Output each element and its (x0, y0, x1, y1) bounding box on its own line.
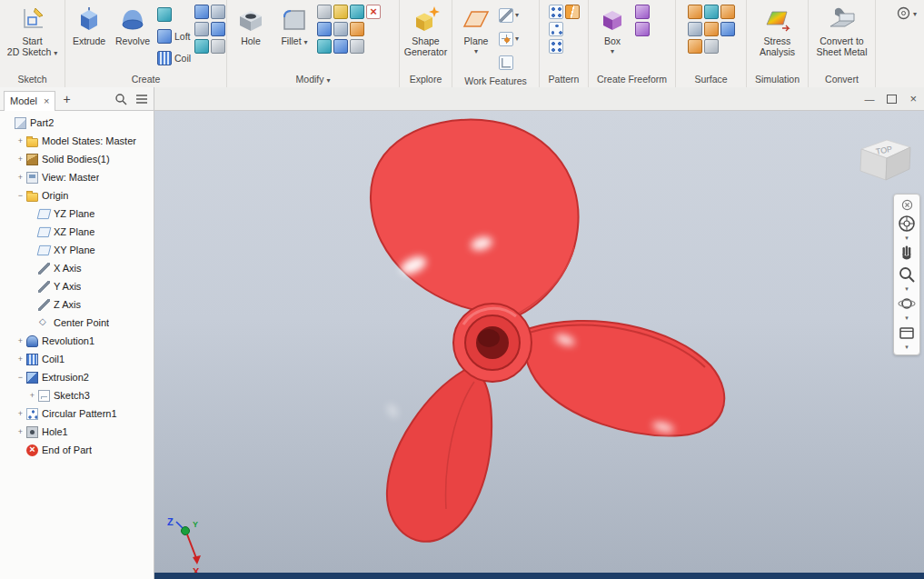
shape-generator-button[interactable]: Shape Generator (402, 2, 449, 69)
restore-window-button[interactable] (887, 95, 897, 104)
dropdown-caret[interactable]: ▾ (905, 235, 909, 241)
draft-icon[interactable] (317, 22, 332, 36)
ucs-button[interactable] (499, 52, 519, 73)
tree-expander[interactable]: + (15, 136, 25, 145)
tree-item-model-states[interactable]: +Model States: Master (0, 132, 154, 150)
model-tab[interactable]: Model × (4, 91, 55, 111)
extend-icon[interactable] (704, 22, 719, 36)
tree-item-center-point[interactable]: Center Point (0, 314, 154, 332)
tree-item-y-axis[interactable]: Y Axis (0, 277, 154, 295)
tree-item-end-of-part[interactable]: End of Part (0, 441, 154, 459)
ruled-surface-icon[interactable] (720, 5, 735, 19)
freeform-box-button[interactable]: Box ▾ (591, 2, 633, 69)
tree-expander[interactable]: + (15, 336, 25, 345)
circular-pattern-icon[interactable] (549, 22, 563, 36)
move-face-icon[interactable] (350, 22, 364, 36)
dropdown-caret[interactable]: ▾ (905, 286, 909, 292)
tree-item-solid-bodies[interactable]: +Solid Bodies(1) (0, 150, 154, 168)
view-cube[interactable]: TOP (860, 140, 910, 180)
unwrap-icon[interactable] (211, 39, 225, 54)
sweep-button[interactable] (155, 4, 193, 25)
thread-icon[interactable] (317, 39, 332, 54)
sculpt-icon[interactable] (704, 5, 719, 19)
loft-button[interactable]: Loft (155, 25, 193, 46)
chamfer-icon[interactable] (333, 5, 348, 19)
rectangular-pattern-icon[interactable] (549, 5, 563, 19)
tree-item-part2[interactable]: Part2 (0, 114, 154, 132)
freeform-plane-icon[interactable] (635, 5, 650, 19)
derive-icon[interactable] (211, 5, 225, 19)
solid-bodies-icon (26, 154, 38, 165)
split-icon[interactable] (333, 39, 348, 54)
hole-button[interactable]: Hole (230, 2, 272, 69)
orbit-icon[interactable] (896, 294, 918, 314)
3d-viewport[interactable]: TOP Z Y X ▾ ▾ ▾ ▾ (154, 111, 924, 573)
dropdown-caret[interactable]: ▾ (905, 315, 909, 321)
tree-item-xy-plane[interactable]: XY Plane (0, 241, 154, 259)
pan-hand-icon[interactable] (896, 243, 918, 263)
tree-item-hole1[interactable]: +Hole1 (0, 423, 154, 441)
tree-item-coil1[interactable]: +Coil1 (0, 350, 154, 368)
tree-expander[interactable]: + (27, 391, 37, 400)
tree-item-z-axis[interactable]: Z Axis (0, 295, 154, 314)
tree-item-origin[interactable]: −Origin (0, 186, 154, 205)
zoom-icon[interactable] (896, 265, 918, 285)
patch-icon[interactable] (688, 22, 702, 36)
group-label-modify[interactable]: Modify ▾ (227, 73, 399, 87)
tree-item-view-master[interactable]: +View: Master (0, 168, 154, 186)
tree-item-extrusion2[interactable]: −Extrusion2 (0, 368, 154, 386)
work-point-button[interactable]: ▾ (499, 28, 519, 49)
minimize-window-button[interactable]: — (864, 94, 874, 105)
browser-menu-icon[interactable] (134, 92, 150, 106)
extrude-button[interactable]: Extrude (68, 2, 110, 69)
revolve-button[interactable]: Revolve (112, 2, 154, 69)
combine-icon[interactable] (350, 5, 364, 19)
tree-item-x-axis[interactable]: X Axis (0, 259, 154, 277)
start-2d-sketch-icon (18, 5, 47, 34)
tree-expander[interactable]: + (15, 155, 25, 164)
import-icon[interactable] (211, 22, 225, 36)
mirror-icon[interactable] (565, 5, 580, 19)
coil-button[interactable]: Coil (155, 47, 193, 68)
tree-expander[interactable]: + (15, 354, 25, 364)
dropdown-caret[interactable]: ▾ (905, 344, 909, 350)
look-at-icon[interactable] (896, 323, 918, 343)
thicken-offset-icon[interactable] (333, 22, 348, 36)
offset-surface-icon[interactable] (720, 22, 735, 36)
tree-item-revolution1[interactable]: +Revolution1 (0, 332, 154, 350)
tree-expander[interactable]: − (15, 191, 25, 200)
tree-item-circular-pattern1[interactable]: +Circular Pattern1 (0, 404, 154, 423)
decal-icon[interactable] (194, 39, 209, 54)
tree-expander[interactable]: − (15, 373, 25, 382)
start-2d-sketch-button[interactable]: Start 2D Sketch ▾ (12, 2, 54, 69)
tree-expander[interactable]: + (15, 173, 25, 182)
browser-search-icon[interactable] (113, 91, 129, 107)
emboss-icon[interactable] (194, 5, 209, 19)
rib-icon[interactable] (194, 22, 209, 36)
tree-item-xz-plane[interactable]: XZ Plane (0, 223, 154, 241)
tree-expander[interactable]: + (15, 409, 25, 418)
replace-face-icon[interactable] (704, 39, 719, 54)
ribbon-appearance-button[interactable]: ▾ (897, 5, 917, 22)
freeform-sphere-icon[interactable] (635, 22, 650, 36)
navigation-wheel-icon[interactable] (896, 214, 918, 234)
plane-button[interactable]: Plane ▾ (455, 2, 497, 69)
work-axis-button[interactable]: ▾ (499, 5, 519, 25)
fillet-button[interactable]: Fillet ▾ (273, 2, 315, 69)
tree-item-sketch3[interactable]: +Sketch3 (0, 386, 154, 404)
convert-to-sheet-metal-button[interactable]: Convert to Sheet Metal (811, 2, 872, 69)
copy-object-icon[interactable] (350, 39, 364, 54)
add-browser-tab-button[interactable]: + (60, 92, 73, 106)
trim-icon[interactable] (688, 39, 702, 54)
extrusion-icon (26, 372, 38, 384)
tree-expander[interactable]: + (15, 427, 25, 436)
shell-icon[interactable] (317, 5, 332, 19)
stress-analysis-button[interactable]: Stress Analysis (752, 2, 803, 69)
tree-item-yz-plane[interactable]: YZ Plane (0, 205, 154, 223)
navbar-close-icon[interactable] (896, 197, 918, 212)
close-model-tab-icon[interactable]: × (44, 95, 49, 106)
stitch-icon[interactable] (688, 5, 702, 19)
delete-face-icon[interactable] (366, 5, 381, 19)
sketch-driven-pattern-icon[interactable] (549, 39, 563, 54)
close-window-button[interactable]: × (909, 92, 917, 105)
